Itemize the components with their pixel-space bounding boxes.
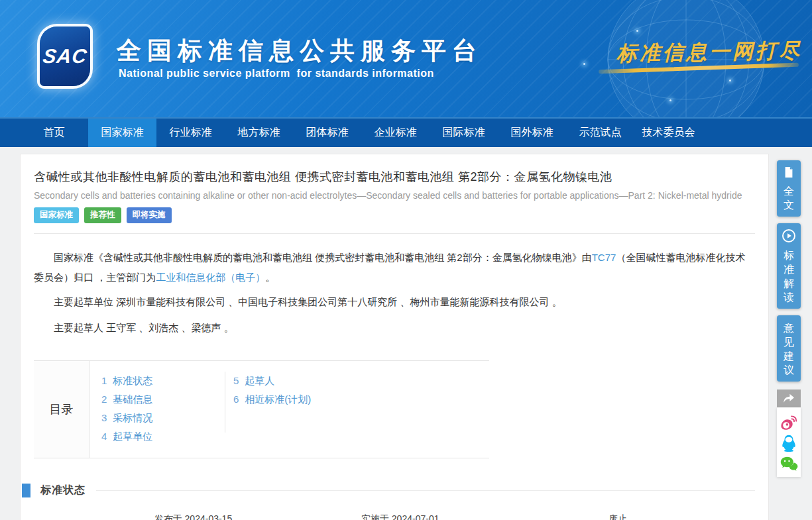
sidebar-button-label: 文: [783, 198, 794, 212]
nav-item-国际标准[interactable]: 国际标准: [430, 119, 498, 147]
sac-logo-text: SAC: [41, 45, 88, 68]
sac-logo[interactable]: SAC: [40, 26, 90, 86]
toc-item-label: 相近标准(计划): [245, 393, 311, 405]
toc-item[interactable]: 4起草单位: [101, 427, 225, 446]
document-icon: [783, 166, 795, 181]
toc-item-label: 基础信息: [113, 393, 152, 405]
sidebar-button-label: 全: [783, 184, 794, 198]
sparkle-dot: [729, 79, 731, 81]
standard-tags: 国家标准推荐性即将实施: [34, 207, 755, 223]
site-header: SAC 全国标准信息公共服务平台 National public service…: [0, 0, 812, 117]
status-tag: 推荐性: [84, 207, 121, 223]
sparkle-dot: [669, 99, 671, 101]
toc-item-label: 标准状态: [113, 375, 152, 386]
status-tag: 即将实施: [127, 207, 172, 223]
nav-item-国家标准[interactable]: 国家标准: [88, 119, 156, 147]
status-tag: 国家标准: [34, 207, 79, 223]
authority-paragraph: 国家标准《含碱性或其他非酸性电解质的蓄电池和蓄电池组 便携式密封蓄电池和蓄电池组…: [34, 248, 755, 287]
status-timeline: 发布于 2024-03-15实施于 2024-07-01废止: [34, 513, 755, 520]
site-subtitle-en: National public service platform for sta…: [119, 68, 434, 79]
toc-item[interactable]: 1标准状态: [101, 372, 225, 390]
sidebar-button-label: 建: [783, 349, 794, 363]
nav-item-行业标准[interactable]: 行业标准: [156, 119, 225, 147]
toc-columns: 1标准状态2基础信息3采标情况4起草单位 5起草人6相近标准(计划): [89, 361, 311, 458]
toc-item-number: 1: [101, 375, 107, 386]
toc: 目录 1标准状态2基础信息3采标情况4起草单位 5起草人6相近标准(计划): [34, 360, 489, 458]
paragraph-text: 。: [265, 272, 275, 283]
share-button[interactable]: [777, 390, 801, 407]
toc-item-number: 4: [101, 431, 107, 442]
toc-item-number: 2: [101, 393, 107, 405]
sidebar-button-label: 见: [783, 335, 794, 349]
sidebar-button-feedback[interactable]: 意见建议: [777, 315, 801, 382]
sidebar-button-label: 解: [783, 276, 794, 290]
toc-item-number: 6: [233, 393, 239, 405]
toc-column-2: 5起草人6相近标准(计划): [225, 372, 311, 447]
sidebar-button-label: 准: [783, 262, 794, 276]
floating-sidebar: 全文标准解读意见建议: [777, 160, 801, 477]
nav-item-技术委员会[interactable]: 技术委员会: [634, 119, 703, 147]
nav-item-企业标准[interactable]: 企业标准: [361, 119, 430, 147]
toc-item-number: 5: [233, 375, 239, 386]
timeline-event-label: 废止: [609, 513, 627, 520]
toc-item[interactable]: 5起草人: [233, 372, 311, 390]
qq-icon[interactable]: [781, 435, 797, 452]
toc-item[interactable]: 2基础信息: [101, 390, 225, 409]
wechat-icon[interactable]: [780, 456, 798, 472]
inline-link[interactable]: TC77: [592, 252, 616, 263]
sidebar-button-label: 意: [783, 321, 794, 335]
paragraph-text: 主要起草单位 深圳市量能科技有限公司 、中国电子科技集团公司第十八研究所 、梅州…: [54, 296, 562, 307]
sidebar-button-label: 标: [783, 248, 794, 262]
section-rule: [96, 490, 755, 491]
share-icon: [783, 393, 795, 404]
timeline-event-label: 实施于 2024-07-01: [361, 513, 439, 520]
timeline-event-label: 发布于 2024-03-15: [154, 513, 233, 520]
toc-item-number: 3: [101, 412, 107, 423]
title-divider: [34, 233, 755, 234]
content-panel: 含碱性或其他非酸性电解质的蓄电池和蓄电池组 便携式密封蓄电池和蓄电池组 第2部分…: [20, 154, 769, 520]
toc-item-label: 起草人: [245, 375, 274, 386]
inline-link[interactable]: 工业和信息化部（电子）: [156, 272, 265, 283]
site-title: 全国标准信息公共服务平台: [117, 34, 483, 68]
toc-column-1: 1标准状态2基础信息3采标情况4起草单位: [101, 372, 225, 447]
standard-title-zh: 含碱性或其他非酸性电解质的蓄电池和蓄电池组 便携式密封蓄电池和蓄电池组 第2部分…: [34, 169, 755, 185]
sparkle-dot: [583, 63, 585, 65]
sidebar-button-fulltext[interactable]: 全文: [777, 160, 801, 217]
weibo-icon[interactable]: [780, 415, 797, 431]
toc-item-label: 采标情况: [113, 412, 152, 423]
toc-item-label: 起草单位: [113, 431, 152, 442]
sidebar-button-interpretation[interactable]: 标准解读: [777, 223, 801, 309]
main-nav: 首页国家标准行业标准地方标准团体标准企业标准国际标准国外标准示范试点技术委员会: [0, 117, 812, 147]
standard-title-en: Secondary cells and batteries containing…: [34, 190, 755, 201]
nav-item-国外标准[interactable]: 国外标准: [498, 119, 566, 147]
nav-item-示范试点[interactable]: 示范试点: [566, 119, 634, 147]
paragraph-text: 国家标准《含碱性或其他非酸性电解质的蓄电池和蓄电池组 便携式密封蓄电池和蓄电池组…: [54, 252, 592, 263]
drafting-units-paragraph: 主要起草单位 深圳市量能科技有限公司 、中国电子科技集团公司第十八研究所 、梅州…: [34, 292, 755, 312]
header-slogan: 标准信息一网打尽: [616, 37, 789, 68]
sparkle-dot: [636, 30, 638, 32]
nav-list: 首页国家标准行业标准地方标准团体标准企业标准国际标准国外标准示范试点技术委员会: [0, 119, 812, 147]
toc-item[interactable]: 6相近标准(计划): [233, 390, 311, 409]
status-section-header: 标准状态: [34, 484, 755, 497]
nav-item-团体标准[interactable]: 团体标准: [293, 119, 361, 147]
nav-item-地方标准[interactable]: 地方标准: [225, 119, 293, 147]
play-circle-icon: [782, 229, 795, 245]
status-section-title: 标准状态: [40, 484, 86, 497]
sidebar-button-label: 议: [783, 363, 794, 377]
nav-item-首页[interactable]: 首页: [20, 119, 88, 147]
paragraph-text: 主要起草人 王守军 、刘浩杰 、梁德声 。: [54, 322, 234, 333]
toc-item[interactable]: 3采标情况: [101, 409, 225, 427]
drafters-paragraph: 主要起草人 王守军 、刘浩杰 、梁德声 。: [34, 318, 755, 338]
sidebar-button-label: 读: [783, 290, 794, 304]
toc-label: 目录: [34, 361, 89, 458]
social-share-list: [777, 407, 801, 477]
section-marker: [22, 484, 30, 497]
